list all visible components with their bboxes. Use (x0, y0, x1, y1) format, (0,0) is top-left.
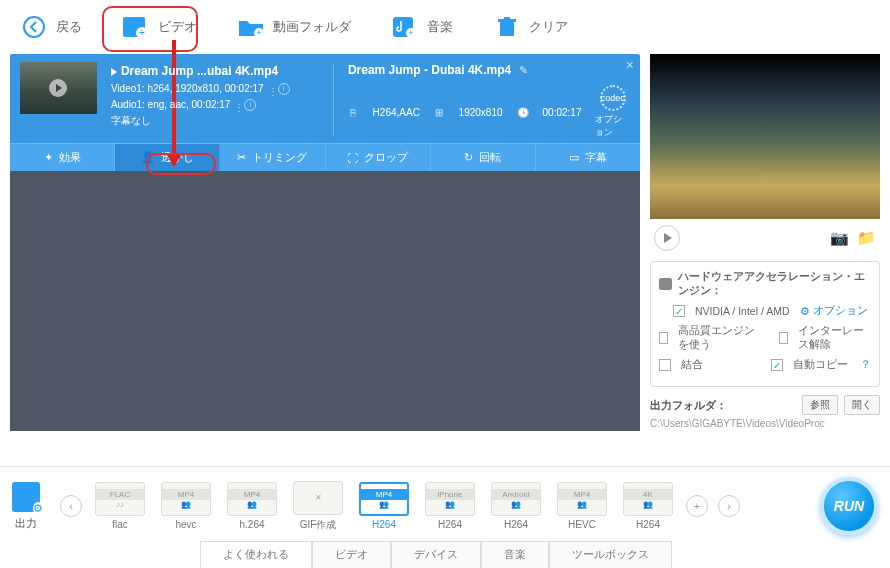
scissors-icon: ✂ (237, 151, 246, 164)
hq-checkbox[interactable] (659, 332, 668, 344)
tab-trim[interactable]: ✂トリミング (220, 144, 325, 171)
folder-label: 動画フォルダ (273, 18, 351, 36)
music-label: 音楽 (427, 18, 453, 36)
output-path: C:\Users\GIGABYTE\Videos\VideoProc (650, 418, 880, 429)
format-mp4-hevc[interactable]: MP4👥hevc (158, 482, 214, 530)
clear-button[interactable]: クリア (485, 9, 576, 45)
hw-accel-panel: ハードウェアアクセラレーション・エンジン： NVIDIA / Intel / A… (650, 261, 880, 387)
cat-video[interactable]: ビデオ (312, 541, 391, 568)
format-mp4-hevc2[interactable]: MP4👥HEVC (554, 482, 610, 530)
clear-label: クリア (529, 18, 568, 36)
output-section: 出力 (12, 482, 40, 531)
subtitle-icon: ▭ (569, 151, 579, 164)
wand-icon: ✦ (44, 151, 53, 164)
trash-icon (493, 13, 521, 41)
hq-label: 高品質エンジンを使う (678, 324, 759, 352)
format-flac[interactable]: FLAC♪♪flac (92, 482, 148, 530)
format-mp4-h264[interactable]: MP4👥h.264 (224, 482, 280, 530)
music-icon: + (391, 13, 419, 41)
folder-button[interactable]: + 動画フォルダ (229, 9, 359, 45)
play-icon (49, 79, 67, 97)
music-button[interactable]: + 音楽 (383, 9, 461, 45)
merge-checkbox[interactable] (659, 359, 671, 371)
work-area (10, 171, 640, 431)
open-button[interactable]: 開く (844, 395, 880, 415)
hw-title: ハードウェアアクセラレーション・エンジン： (678, 270, 871, 298)
gpu-checkbox[interactable] (673, 305, 685, 317)
expand-icon[interactable] (111, 68, 117, 76)
preview-player[interactable] (650, 54, 880, 219)
output-label: 出力 (15, 516, 37, 531)
audio-info: Audio1: eng, aac, 00:02:17 (111, 97, 231, 113)
format-mp4-h264-selected[interactable]: MP4👥H264 (356, 482, 412, 530)
info-icon[interactable]: i (278, 83, 290, 95)
format-4k[interactable]: 4K👥H264 (620, 482, 676, 530)
back-icon (20, 13, 48, 41)
audio-menu-icon[interactable] (234, 100, 240, 110)
camera-icon[interactable]: 📷 (830, 229, 849, 247)
deinterlace-checkbox[interactable] (779, 332, 788, 344)
export-icon: ⎘ (348, 107, 359, 118)
tools-icon: ✕ (315, 493, 322, 502)
codec-options-button[interactable]: codec オプション (595, 85, 630, 139)
autocopy-checkbox[interactable] (771, 359, 783, 371)
run-button[interactable]: RUN (820, 477, 878, 535)
video-thumbnail[interactable] (20, 62, 97, 114)
file-panel: × Dream Jump ...ubai 4K.mp4 Video1: h264… (10, 54, 640, 171)
gpu-label: NVIDIA / Intel / AMD (695, 305, 790, 317)
browse-button[interactable]: 参照 (802, 395, 838, 415)
cat-popular[interactable]: よく使われる (200, 541, 312, 568)
svg-rect-9 (500, 22, 514, 36)
crop-icon: ⛶ (347, 152, 358, 164)
folder-icon: + (237, 13, 265, 41)
back-label: 戻る (56, 18, 82, 36)
tab-rotate[interactable]: ↻回転 (431, 144, 536, 171)
subtitle-info: 字幕なし (111, 113, 319, 129)
annotation-highlight-video (102, 6, 198, 52)
format-android[interactable]: Android👥H264 (488, 482, 544, 530)
annotation-highlight-watermark (146, 153, 216, 175)
rotate-icon: ↻ (464, 151, 473, 164)
svg-point-0 (24, 17, 44, 37)
tab-subtitle[interactable]: ▭字幕 (536, 144, 640, 171)
help-icon[interactable]: ？ (860, 358, 871, 372)
scroll-right-button[interactable]: › (718, 495, 740, 517)
add-format-button[interactable]: + (686, 495, 708, 517)
output-filename: Dream Jump - Dubai 4K.mp4 (348, 63, 511, 77)
codec-options-label: オプション (595, 113, 630, 139)
clock-icon: 🕓 (517, 107, 529, 118)
edit-icon[interactable]: ✎ (519, 64, 528, 77)
tab-crop[interactable]: ⛶クロップ (326, 144, 431, 171)
open-folder-icon[interactable]: 📁 (857, 229, 876, 247)
video-info: Video1: h264, 1920x810, 00:02:17 (111, 81, 264, 97)
merge-label: 結合 (681, 358, 703, 372)
play-button[interactable] (654, 225, 680, 251)
video-menu-icon[interactable] (268, 84, 274, 94)
gear-icon: codec (600, 85, 626, 111)
format-gif[interactable]: ✕GIF作成 (290, 481, 346, 532)
chip-icon (659, 278, 672, 290)
deinterlace-label: インターレース解除 (798, 324, 871, 352)
cat-music[interactable]: 音楽 (481, 541, 549, 568)
format-iphone[interactable]: iPhone👥H264 (422, 482, 478, 530)
svg-text:+: + (408, 28, 413, 38)
info-icon[interactable]: i (244, 99, 256, 111)
svg-text:+: + (256, 28, 261, 38)
output-duration: 00:02:17 (543, 107, 582, 118)
cat-toolbox[interactable]: ツールボックス (549, 541, 672, 568)
source-filename: Dream Jump ...ubai 4K.mp4 (121, 62, 278, 81)
back-button[interactable]: 戻る (12, 9, 90, 45)
output-resolution: 1920x810 (459, 107, 503, 118)
cat-device[interactable]: デバイス (391, 541, 481, 568)
scroll-left-button[interactable]: ‹ (60, 495, 82, 517)
resolution-icon: ⊞ (434, 107, 445, 118)
svg-rect-11 (504, 17, 510, 19)
hw-options-link[interactable]: ⚙オプション (800, 304, 868, 318)
output-folder-label: 出力フォルダ： (650, 398, 727, 413)
output-codec: H264,AAC (373, 107, 420, 118)
output-icon (12, 482, 40, 512)
gear-icon: ⚙ (800, 305, 810, 317)
tab-effect[interactable]: ✦効果 (10, 144, 115, 171)
autocopy-label: 自動コピー (793, 358, 848, 372)
close-icon[interactable]: × (626, 57, 634, 73)
